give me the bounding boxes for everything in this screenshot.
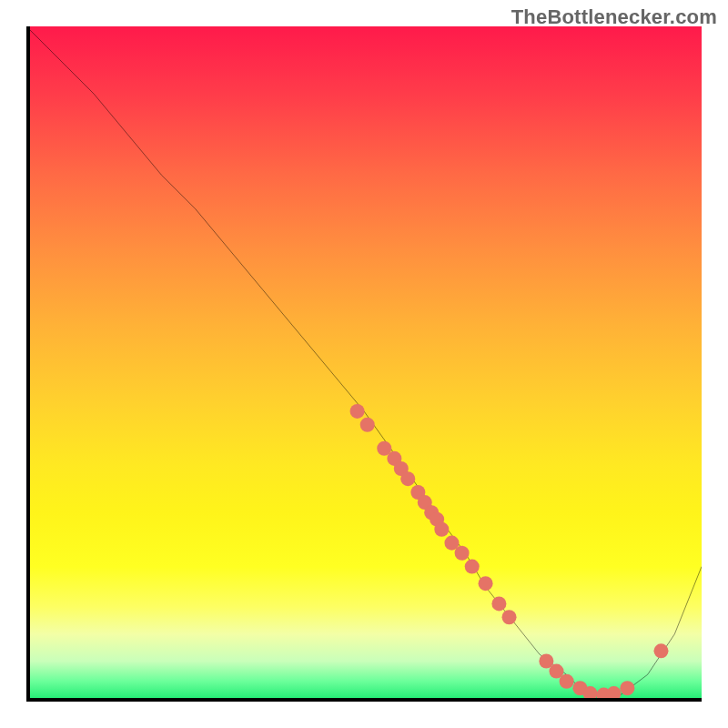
data-point: [455, 546, 470, 561]
data-point: [491, 596, 506, 611]
data-point: [434, 522, 449, 537]
figure-container: TheBottlenecker.com: [0, 0, 728, 728]
data-point: [400, 471, 415, 486]
plot-area: [26, 26, 702, 702]
data-point: [560, 674, 574, 689]
attribution-text: TheBottlenecker.com: [511, 5, 717, 29]
chart-svg: [26, 26, 702, 702]
data-point: [583, 686, 598, 701]
data-point: [607, 686, 622, 701]
data-point: [360, 418, 375, 432]
data-point: [502, 610, 517, 624]
data-point: [465, 560, 480, 574]
data-point: [653, 643, 668, 658]
bottleneck-curve: [26, 26, 702, 695]
data-point: [479, 576, 493, 591]
data-point: [620, 681, 634, 695]
data-point: [350, 404, 365, 419]
data-points-group: [350, 404, 669, 702]
